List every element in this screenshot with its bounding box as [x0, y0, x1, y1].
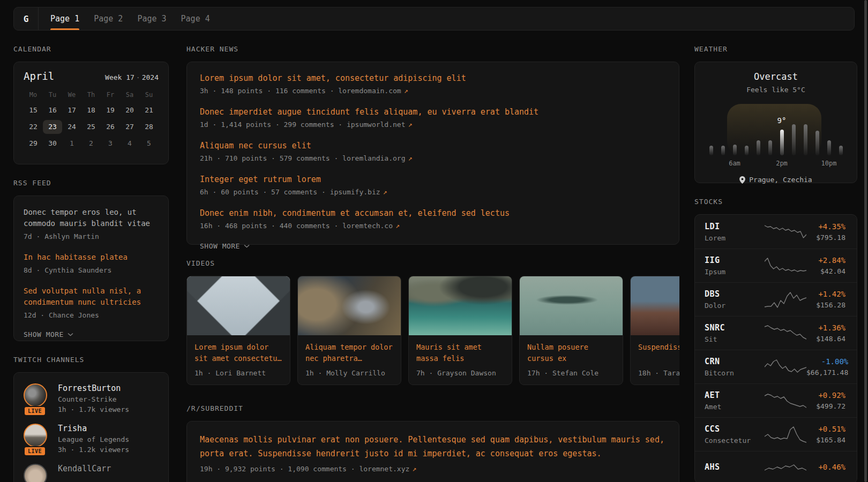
stock-values: +1.36%$148.64 [816, 323, 845, 343]
calendar-day[interactable]: 4 [120, 137, 139, 150]
video-card[interactable]: Mauris sit amet massa felis7h · Grayson … [408, 276, 512, 385]
page-scrollbar[interactable] [864, 0, 867, 482]
calendar-month: April [24, 70, 54, 82]
calendar-day[interactable]: 2 [81, 137, 101, 150]
rss-item[interactable]: In hac habitasse platea8d · Cynthia Saun… [24, 252, 159, 274]
calendar-day[interactable]: 16 [43, 103, 62, 117]
calendar-day[interactable]: 29 [24, 137, 43, 150]
stock-row[interactable]: AETAmet+0.92%$499.72 [695, 383, 857, 417]
stock-row[interactable]: CRNBitcorn-1.00%$66,171.48 [695, 350, 857, 383]
calendar-day[interactable]: 21 [139, 103, 159, 117]
stock-row[interactable]: IIGIpsum+2.84%$42.04 [695, 248, 857, 282]
calendar-day[interactable]: 3 [101, 137, 120, 150]
hn-item[interactable]: Integer eget rutrum lorem6h · 60 points … [200, 175, 666, 196]
hn-show-more-button[interactable]: SHOW MORE [200, 242, 666, 250]
stock-row[interactable]: LDILorem+4.35%$795.18 [695, 215, 857, 248]
calendar-day[interactable]: 27 [120, 120, 139, 134]
stock-row[interactable]: CCSConsectetur+0.51%$165.84 [695, 417, 857, 451]
weather-section-label: WEATHER [694, 45, 857, 53]
weather-temp-bar [792, 124, 796, 155]
dashboard-page: G Page 1Page 2Page 3Page 4 CALENDAR Apri… [0, 0, 868, 482]
stock-name: Ipsum [705, 268, 758, 276]
calendar-day[interactable]: 25 [81, 120, 101, 134]
tab-page-3[interactable]: Page 3 [137, 7, 166, 30]
calendar-day[interactable]: 19 [101, 103, 120, 117]
calendar-day-header: Fr [101, 89, 120, 101]
video-card[interactable]: Lorem ipsum dolor sit amet consectetu…1h… [186, 276, 290, 385]
stock-row[interactable]: AHS+0.46% [695, 451, 857, 482]
hn-item-meta: 16h · 468 points · 440 comments · loremt… [200, 222, 666, 230]
stock-ticker: DBS [705, 289, 758, 299]
stock-ticker: CRN [705, 357, 758, 366]
hn-item[interactable]: Lorem ipsum dolor sit amet, consectetur … [200, 73, 666, 95]
twitch-channel-info: KendallCarr [58, 464, 111, 482]
calendar-day-selected[interactable]: 23 [43, 120, 62, 134]
hn-item[interactable]: Donec imperdiet augue tincidunt felis al… [200, 107, 666, 129]
twitch-channel-row[interactable]: KendallCarr [24, 464, 159, 482]
video-title: Lorem ipsum dolor sit amet consectetu… [194, 342, 282, 364]
stock-name: Lorem [705, 234, 758, 242]
tab-page-1[interactable]: Page 1 [50, 7, 79, 30]
calendar-day[interactable]: 17 [62, 103, 81, 117]
hacker-news-card: Lorem ipsum dolor sit amet, consectetur … [186, 62, 679, 245]
video-card[interactable]: Nullam posuere cursus ex17h · Stefan Col… [519, 276, 623, 385]
tab-page-2[interactable]: Page 2 [94, 7, 123, 30]
stock-id: DBSDolor [705, 289, 758, 310]
video-meta: 7h · Grayson Dawson [416, 369, 504, 377]
rss-card: Donec tempor eros leo, ut commodo mauris… [13, 195, 169, 341]
stock-sparkline [765, 256, 806, 275]
twitch-channel-row[interactable]: LIVEForrestBurtonCounter-Strike1h · 1.7k… [24, 383, 159, 413]
video-card[interactable]: Aliquam tempor dolor nec pharetra…1h · M… [297, 276, 401, 385]
calendar-day[interactable]: 18 [81, 103, 101, 117]
subreddit-section-label: /R/SUBREDDIT [186, 404, 679, 412]
tab-page-4[interactable]: Page 4 [181, 7, 210, 30]
rss-item[interactable]: Donec tempor eros leo, ut commodo mauris… [24, 207, 159, 240]
stock-sparkline [765, 290, 806, 309]
external-link-icon: ↗ [401, 87, 408, 95]
weather-feels-like: Feels like 5°C [695, 86, 857, 94]
calendar-day[interactable]: 1 [62, 137, 81, 150]
rss-show-more-button[interactable]: SHOW MORE [24, 330, 159, 338]
hn-item[interactable]: Aliquam nec cursus elit21h · 710 points … [200, 141, 666, 162]
calendar-day[interactable]: 28 [139, 120, 159, 134]
weather-location-row[interactable]: Prague, Czechia [695, 176, 857, 184]
twitch-channel-row[interactable]: LIVETrishaLeague of Legends3h · 1.2k vie… [24, 424, 159, 454]
video-meta: 1h · Lori Barnett [194, 369, 282, 377]
stock-row[interactable]: SNRCSit+1.36%$148.64 [695, 316, 857, 350]
video-thumbnail [187, 276, 290, 335]
stock-ticker: CCS [705, 424, 758, 434]
rss-item[interactable]: Sed volutpat nulla nisl, a condimentum n… [24, 285, 159, 319]
subreddit-post[interactable]: Maecenas mollis pulvinar erat non posuer… [200, 433, 666, 473]
stock-name: Sit [705, 335, 758, 343]
stock-id: CCSConsectetur [705, 424, 758, 445]
calendar-day[interactable]: 30 [43, 137, 62, 150]
weather-hour-column: 9°2pm [780, 108, 784, 155]
weather-temp-bar [757, 140, 760, 155]
stock-ticker: SNRC [705, 323, 758, 333]
stock-row[interactable]: DBSDolor+1.42%$156.28 [695, 282, 857, 316]
weather-temp-bar [804, 124, 807, 155]
stock-ticker: IIG [705, 255, 758, 265]
hn-item[interactable]: Donec enim nibh, condimentum et accumsan… [200, 208, 666, 230]
hn-item-title: Donec imperdiet augue tincidunt felis al… [200, 107, 666, 117]
video-card[interactable]: Suspendisse diam18h · Tara [630, 276, 679, 385]
calendar-header: April Week 17·2024 [24, 70, 159, 82]
twitch-avatar-wrap: LIVE [24, 424, 49, 454]
calendar-day[interactable]: 20 [120, 103, 139, 117]
video-thumbnail [631, 276, 679, 335]
twitch-channel-info: TrishaLeague of Legends3h · 1.2k viewers [58, 424, 129, 454]
calendar-week-year: Week 17·2024 [105, 73, 159, 81]
twitch-avatar [24, 383, 47, 407]
app-logo[interactable]: G [14, 7, 39, 30]
calendar-day[interactable]: 15 [24, 103, 43, 117]
videos-section-label: VIDEOS [186, 259, 679, 267]
calendar-day[interactable]: 5 [139, 137, 159, 150]
calendar-day[interactable]: 22 [24, 120, 43, 134]
calendar-day[interactable]: 24 [62, 120, 81, 134]
video-thumbnail [520, 276, 623, 335]
stock-change: +1.42% [816, 290, 845, 298]
video-title: Aliquam tempor dolor nec pharetra… [305, 342, 393, 364]
page-tabs: Page 1Page 2Page 3Page 4 [50, 7, 225, 30]
calendar-day[interactable]: 26 [101, 120, 120, 134]
stock-values: +2.84%$42.04 [818, 256, 845, 275]
